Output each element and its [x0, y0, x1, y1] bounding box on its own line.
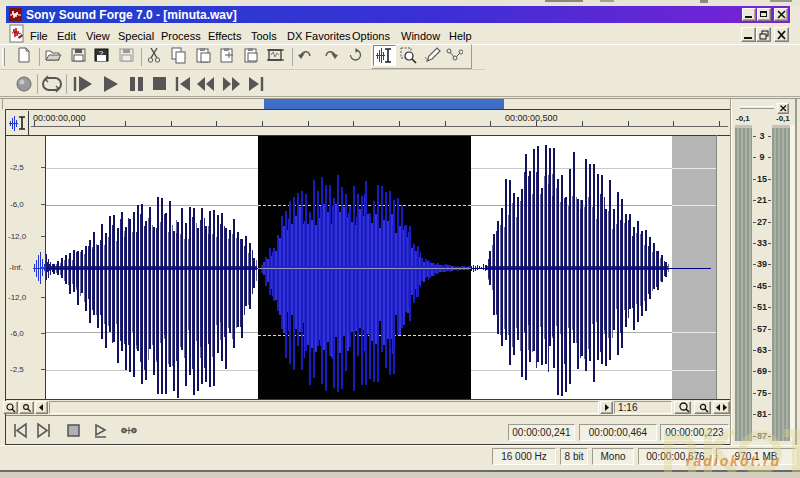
svg-text:?: ?	[99, 49, 104, 58]
